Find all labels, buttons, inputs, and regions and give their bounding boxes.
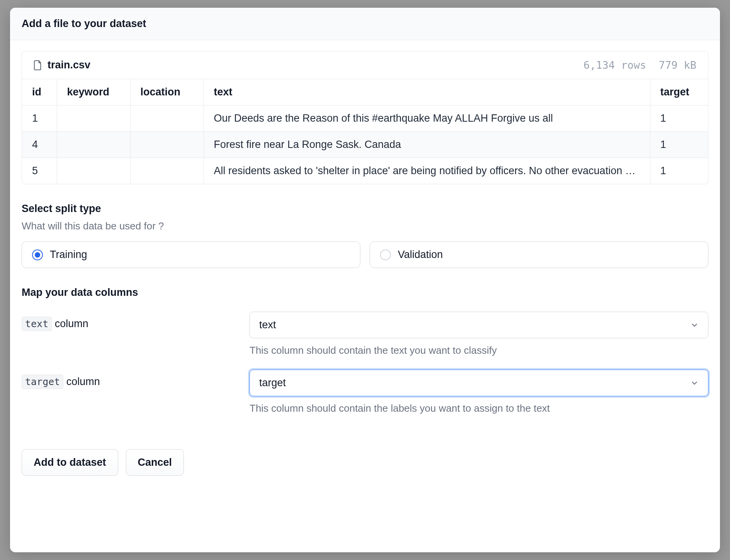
map-target-control: target This column should contain the la…	[250, 370, 708, 414]
cell-location	[130, 105, 204, 132]
col-header-keyword: keyword	[57, 79, 130, 105]
cell-id: 4	[22, 132, 57, 158]
map-title: Map your data columns	[22, 287, 708, 299]
file-size: 779 kB	[659, 59, 696, 71]
table-row: 1 Our Deeds are the Reason of this #eart…	[22, 105, 708, 132]
map-target-label: target column	[22, 370, 238, 388]
cell-keyword	[57, 132, 130, 158]
cell-location	[130, 132, 204, 158]
split-radio-group: Training Validation	[22, 241, 708, 268]
table-header-row: id keyword location text target	[22, 79, 708, 105]
preview-table: id keyword location text target 1 Our De…	[22, 79, 708, 184]
col-header-target: target	[650, 79, 708, 105]
map-text-control: text This column should contain the text…	[250, 312, 708, 356]
file-preview-card: train.csv 6,134 rows 779 kB id keyword l…	[22, 51, 708, 184]
file-icon	[34, 60, 42, 71]
map-target-suffix: column	[63, 376, 100, 387]
text-column-help: This column should contain the text you …	[250, 344, 708, 356]
modal-title: Add a file to your dataset	[22, 18, 708, 30]
add-file-modal: Add a file to your dataset train.csv 6,1…	[10, 8, 720, 552]
chevron-down-icon	[690, 379, 699, 387]
file-header: train.csv 6,134 rows 779 kB	[22, 51, 708, 79]
cell-text: Forest fire near La Ronge Sask. Canada	[204, 132, 650, 158]
map-target-code: target	[22, 375, 63, 389]
cell-target: 1	[650, 105, 708, 132]
button-row: Add to dataset Cancel	[22, 449, 708, 476]
cell-location	[130, 158, 204, 184]
cell-text: All residents asked to 'shelter in place…	[204, 158, 650, 184]
col-header-location: location	[130, 79, 204, 105]
radio-indicator-icon	[32, 249, 43, 260]
cell-keyword	[57, 105, 130, 132]
cell-text: Our Deeds are the Reason of this #earthq…	[204, 105, 650, 132]
file-name: train.csv	[48, 59, 90, 71]
text-column-value: text	[259, 319, 276, 331]
target-column-select[interactable]: target	[250, 370, 708, 396]
map-target-row: target column target This column should …	[22, 370, 708, 414]
target-column-help: This column should contain the labels yo…	[250, 402, 708, 414]
split-sub: What will this data be used for ?	[22, 220, 708, 232]
map-text-code: text	[22, 317, 52, 331]
file-rows: 6,134 rows	[583, 59, 646, 71]
modal-body: train.csv 6,134 rows 779 kB id keyword l…	[10, 40, 720, 552]
cell-target: 1	[650, 158, 708, 184]
target-column-value: target	[259, 377, 286, 389]
file-meta: 6,134 rows 779 kB	[583, 59, 696, 71]
col-header-id: id	[22, 79, 57, 105]
radio-validation[interactable]: Validation	[370, 241, 708, 268]
chevron-down-icon	[690, 321, 699, 329]
add-to-dataset-button[interactable]: Add to dataset	[22, 449, 118, 476]
map-text-row: text column text This column should cont…	[22, 312, 708, 356]
table-row: 5 All residents asked to 'shelter in pla…	[22, 158, 708, 184]
cell-id: 5	[22, 158, 57, 184]
col-header-text: text	[204, 79, 650, 105]
map-text-label: text column	[22, 312, 238, 330]
cell-target: 1	[650, 132, 708, 158]
radio-indicator-icon	[380, 249, 391, 260]
radio-training[interactable]: Training	[22, 241, 360, 268]
split-title: Select split type	[22, 203, 708, 215]
map-text-suffix: column	[52, 318, 88, 329]
table-row: 4 Forest fire near La Ronge Sask. Canada…	[22, 132, 708, 158]
cancel-button[interactable]: Cancel	[126, 449, 184, 476]
cell-keyword	[57, 158, 130, 184]
cell-id: 1	[22, 105, 57, 132]
radio-validation-label: Validation	[398, 249, 443, 261]
radio-training-label: Training	[50, 249, 87, 261]
text-column-select[interactable]: text	[250, 312, 708, 338]
modal-header: Add a file to your dataset	[10, 8, 720, 40]
